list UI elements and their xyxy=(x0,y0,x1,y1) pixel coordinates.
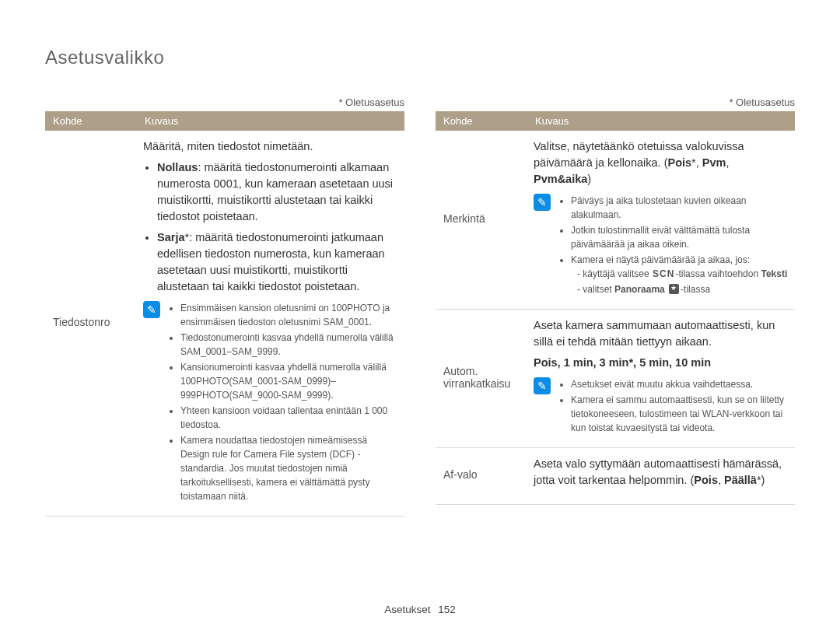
default-label-right: * Oletusasetus xyxy=(436,96,795,108)
text: , xyxy=(718,474,724,486)
option-pois: Pois xyxy=(667,156,691,169)
intro-text: Aseta kamera sammumaan automaattisesti, … xyxy=(534,317,789,350)
note-item: Kamera ei sammu automaattisesti, kun se … xyxy=(571,393,789,435)
note-icon xyxy=(534,377,551,394)
footer-page-number: 152 xyxy=(438,604,456,615)
text: Kamera ei näytä päivämäärää ja aikaa, jo… xyxy=(571,254,750,265)
text: , xyxy=(726,156,729,169)
row-desc-tiedostonro: Määritä, miten tiedostot nimetään. Nolla… xyxy=(137,131,404,517)
options-bold: Pois, 1 min, 3 min*, 5 min, 10 min xyxy=(534,356,711,369)
intro-text: Valitse, näytetäänkö otetuissa valokuvis… xyxy=(534,138,789,187)
note-item: Kansionumerointi kasvaa yhdellä numeroll… xyxy=(180,360,398,402)
table-header-kohde: Kohde xyxy=(45,111,137,131)
footer-section: Asetukset xyxy=(384,604,430,615)
table-header-kuvaus: Kuvaus xyxy=(137,111,404,131)
bullet-sarja: Sarja*: määritä tiedostonumerointi jatku… xyxy=(157,229,398,295)
note-list: Päiväys ja aika tulostetaan kuvien oikea… xyxy=(558,194,789,298)
bold-nollaus: Nollaus xyxy=(157,161,198,173)
text: *: määritä tiedostonumerointi jatkumaan … xyxy=(157,231,385,292)
option-pvmaika: Pvm&aika xyxy=(534,173,587,185)
option-pvm: Pvm xyxy=(702,156,726,169)
row-desc-merkinta: Valitse, näytetäänkö otetuissa valokuvis… xyxy=(527,131,795,310)
note-list: Ensimmäisen kansion oletusnimi on 100PHO… xyxy=(168,301,398,505)
note-item: Asetukset eivät muutu akkua vaihdettaess… xyxy=(571,377,789,391)
right-column: * Oletusasetus Kohde Kuvaus Merkintä Val… xyxy=(436,96,795,517)
note-block: Asetukset eivät muutu akkua vaihdettaess… xyxy=(534,377,789,436)
left-column: * Oletusasetus Kohde Kuvaus Tiedostonro … xyxy=(45,96,404,517)
row-desc-af-valo: Aseta valo syttymään automaattisesti häm… xyxy=(527,448,795,505)
note-block: Päiväys ja aika tulostetaan kuvien oikea… xyxy=(534,194,789,298)
text: ) xyxy=(587,173,591,185)
note-icon xyxy=(143,301,160,318)
note-item: Kamera ei näytä päivämäärää ja aikaa, jo… xyxy=(571,253,789,296)
note-item: Jotkin tulostinmallit eivät välttämättä … xyxy=(571,223,789,251)
row-label-merkinta: Merkintä xyxy=(436,131,527,310)
text: valitset xyxy=(583,284,614,295)
row-label-autom-virrankatkaisu: Autom. virrankatkaisu xyxy=(436,310,527,448)
settings-table-left: Kohde Kuvaus Tiedostonro Määritä, miten … xyxy=(45,111,404,517)
note-item: Kamera noudattaa tiedostojen nimeämisess… xyxy=(180,433,398,503)
table-row: Autom. virrankatkaisu Aseta kamera sammu… xyxy=(436,310,795,448)
options-line: Pois, 1 min, 3 min*, 5 min, 10 min xyxy=(534,355,789,371)
table-row: Af-valo Aseta valo syttymään automaattis… xyxy=(436,448,795,505)
note-item: Päiväys ja aika tulostetaan kuvien oikea… xyxy=(571,194,789,222)
intro-text: Määritä, miten tiedostot nimetään. xyxy=(143,138,398,155)
note-block: Ensimmäisen kansion oletusnimi on 100PHO… xyxy=(143,301,398,505)
bullet-nollaus: Nollaus: määritä tiedostonumerointi alka… xyxy=(157,159,398,225)
note-item: Tiedostonumerointi kasvaa yhdellä numero… xyxy=(180,331,398,359)
page-footer: Asetukset 152 xyxy=(0,604,840,615)
bold-panoraama: Panoraama xyxy=(614,284,667,295)
intro-text: Aseta valo syttymään automaattisesti häm… xyxy=(534,456,789,489)
row-desc-autom-virrankatkaisu: Aseta kamera sammumaan automaattisesti, … xyxy=(527,310,795,448)
option-paalla: Päällä xyxy=(724,474,757,486)
row-label-af-valo: Af-valo xyxy=(436,448,527,505)
table-header-kohde: Kohde xyxy=(436,111,527,131)
note-icon xyxy=(534,194,551,211)
text: *, xyxy=(691,156,702,169)
page-title: Asetusvalikko xyxy=(45,47,795,68)
bold-sarja: Sarja xyxy=(157,231,184,243)
row-label-tiedostonro: Tiedostonro xyxy=(45,131,137,517)
note-list: Asetukset eivät muutu akkua vaihdettaess… xyxy=(558,377,789,436)
mode-scn: SCN xyxy=(653,267,674,281)
table-row: Tiedostonro Määritä, miten tiedostot nim… xyxy=(45,131,404,517)
text: -tilassa vaihtoehdon xyxy=(675,268,761,279)
text: -tilassa xyxy=(681,284,710,295)
panorama-icon xyxy=(669,284,679,294)
text: *) xyxy=(757,474,765,486)
text: käyttäjä valitsee xyxy=(583,268,652,279)
option-pois: Pois xyxy=(694,474,718,486)
two-column-layout: * Oletusasetus Kohde Kuvaus Tiedostonro … xyxy=(45,96,795,517)
table-header-kuvaus: Kuvaus xyxy=(527,111,795,131)
sub-note-item: käyttäjä valitsee SCN-tilassa vaihtoehdo… xyxy=(577,267,789,281)
note-item: Ensimmäisen kansion oletusnimi on 100PHO… xyxy=(180,301,398,329)
bold-teksti: Teksti xyxy=(761,268,787,279)
settings-table-right: Kohde Kuvaus Merkintä Valitse, näytetään… xyxy=(436,111,795,505)
note-item: Yhteen kansioon voidaan tallentaa enintä… xyxy=(180,404,398,432)
default-label-left: * Oletusasetus xyxy=(45,96,404,108)
sub-note-item: valitset Panoraama -tilassa xyxy=(577,282,789,296)
table-row: Merkintä Valitse, näytetäänkö otetuissa … xyxy=(436,131,795,310)
